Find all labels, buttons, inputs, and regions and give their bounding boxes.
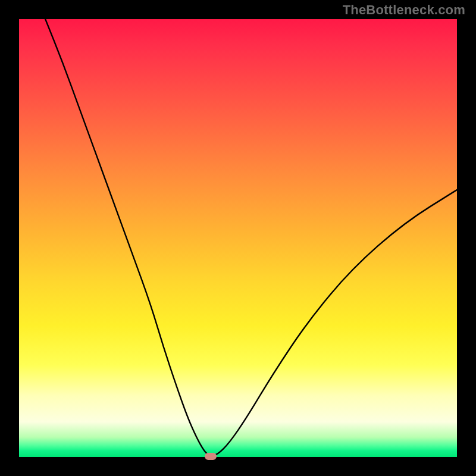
bottleneck-curve: [45, 19, 457, 456]
curve-layer: [19, 19, 457, 457]
watermark-text: TheBottleneck.com: [343, 2, 465, 18]
chart-frame: TheBottleneck.com: [0, 0, 476, 476]
optimal-point-marker: [205, 453, 217, 460]
plot-area: [19, 19, 457, 457]
